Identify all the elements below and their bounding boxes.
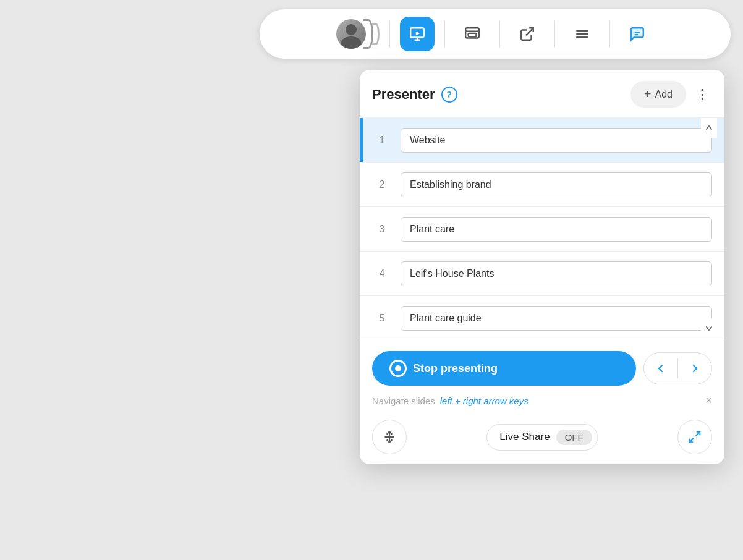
toolbar-divider-2 bbox=[444, 20, 445, 48]
toolbar-divider-3 bbox=[499, 20, 500, 48]
slide-name: Leif's House Plants bbox=[401, 261, 712, 286]
panel-header: Presenter ? + Add ⋮ bbox=[360, 70, 724, 118]
menu-button[interactable] bbox=[565, 17, 600, 51]
nav-arrows bbox=[643, 352, 712, 384]
svg-rect-3 bbox=[468, 33, 476, 36]
add-button[interactable]: + Add bbox=[630, 81, 686, 108]
toolbar-divider-1 bbox=[389, 20, 390, 48]
help-button[interactable]: ? bbox=[441, 87, 457, 103]
export-button[interactable] bbox=[510, 17, 545, 51]
avatar-container[interactable] bbox=[336, 19, 380, 49]
stop-icon bbox=[389, 360, 407, 377]
slide-item[interactable]: 3 Plant care bbox=[360, 207, 724, 252]
stop-presenting-button[interactable]: Stop presenting bbox=[372, 351, 636, 386]
slide-number: 1 bbox=[372, 135, 392, 146]
slide-item[interactable]: 1 Website bbox=[360, 118, 724, 163]
panel-controls: Stop presenting Navigate slides left + r bbox=[360, 341, 724, 416]
fullscreen-button[interactable] bbox=[677, 420, 712, 454]
navigate-hint: Navigate slides left + right arrow keys … bbox=[372, 394, 712, 416]
stop-row: Stop presenting bbox=[372, 351, 712, 386]
live-share-label: Live Share bbox=[499, 431, 550, 443]
toolbar-divider-4 bbox=[554, 20, 555, 48]
stop-label: Stop presenting bbox=[413, 362, 498, 375]
slide-item[interactable]: 5 Plant care guide bbox=[360, 296, 724, 341]
slide-item[interactable]: 4 Leif's House Plants bbox=[360, 252, 724, 296]
toolbar bbox=[260, 9, 731, 59]
avatar[interactable] bbox=[336, 19, 366, 49]
slide-name: Website bbox=[401, 128, 712, 153]
slides-container: 1 Website 2 Establishing brand 3 Plant c… bbox=[360, 118, 724, 341]
scroll-down-indicator[interactable] bbox=[701, 318, 717, 338]
more-options-button[interactable]: ⋮ bbox=[692, 85, 712, 104]
slides-list: 1 Website 2 Establishing brand 3 Plant c… bbox=[360, 118, 724, 341]
fullscreen-toolbar-button[interactable] bbox=[455, 17, 490, 51]
slide-number: 2 bbox=[372, 179, 392, 190]
presenter-panel: Presenter ? + Add ⋮ 1 Website 2 Establis… bbox=[360, 70, 724, 464]
present-button[interactable] bbox=[400, 17, 435, 51]
slide-number: 5 bbox=[372, 313, 392, 324]
slide-name: Establishing brand bbox=[401, 172, 712, 197]
expand-button[interactable] bbox=[372, 420, 407, 454]
scroll-up-indicator[interactable] bbox=[701, 118, 717, 138]
slide-number: 3 bbox=[372, 224, 392, 235]
live-share-button[interactable]: Live Share OFF bbox=[486, 424, 597, 451]
hint-close-button[interactable]: × bbox=[705, 394, 712, 407]
svg-line-4 bbox=[525, 28, 533, 35]
keys-hint: left + right arrow keys bbox=[440, 396, 529, 406]
slide-name: Plant care bbox=[401, 217, 712, 242]
avatar-wave-2 bbox=[372, 23, 380, 45]
panel-title: Presenter bbox=[372, 87, 435, 103]
slide-number: 4 bbox=[372, 268, 392, 279]
live-share-status: OFF bbox=[556, 430, 592, 445]
chat-button[interactable] bbox=[620, 17, 655, 51]
bottom-row: Live Share OFF bbox=[360, 416, 724, 454]
slide-item[interactable]: 2 Establishing brand bbox=[360, 163, 724, 207]
stop-icon-inner bbox=[395, 365, 401, 371]
next-slide-button[interactable] bbox=[678, 353, 711, 384]
svg-marker-1 bbox=[415, 32, 420, 36]
prev-slide-button[interactable] bbox=[644, 353, 677, 384]
slide-name: Plant care guide bbox=[401, 306, 712, 331]
toolbar-divider-5 bbox=[609, 20, 610, 48]
navigate-label: Navigate slides bbox=[372, 396, 435, 406]
plus-icon: + bbox=[644, 87, 652, 101]
